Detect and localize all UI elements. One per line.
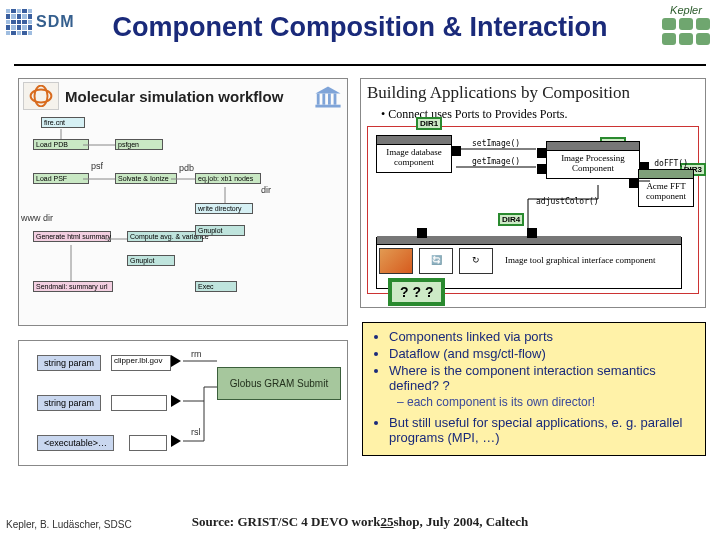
box-compavg: Compute avg. & variance bbox=[127, 231, 203, 242]
globus-gram: Globus GRAM Submit bbox=[217, 367, 341, 400]
box-genhtml: Generate html summary bbox=[33, 231, 111, 242]
svg-marker-2 bbox=[315, 87, 340, 94]
box-gnuplot2: Gnuplot bbox=[127, 255, 175, 266]
footer-page-number: 25 bbox=[381, 514, 394, 529]
footer-source: Source: GRIST/SC 4 DEVO work25shop, July… bbox=[0, 514, 720, 530]
box-exec: Exec bbox=[195, 281, 237, 292]
box-loadpsf: Load PSF bbox=[33, 173, 89, 184]
lbl-rsl: rsl bbox=[191, 427, 201, 437]
composition-canvas: DIR1 DIR2 DIR3 DIR4 Image database compo… bbox=[367, 126, 699, 294]
box-solvate: Solvate & Ionize bbox=[115, 173, 177, 184]
slide: SDM Kepler Component Composition & Inter… bbox=[0, 0, 720, 540]
kepler-logo: Kepler bbox=[662, 4, 710, 45]
port-setimage: setImage() bbox=[472, 139, 520, 148]
question-marks: ? ? ? bbox=[388, 278, 445, 306]
port-getimage: getImage() bbox=[472, 157, 520, 166]
notes-b3s: each component is its own director! bbox=[371, 395, 697, 409]
figure-globus: string param clipper.lbl.gov string para… bbox=[18, 340, 348, 466]
helix-logo-icon bbox=[23, 82, 59, 110]
edge-dir: dir bbox=[261, 185, 271, 195]
dir1: DIR1 bbox=[416, 117, 442, 130]
comp-image-db: Image database component bbox=[376, 135, 452, 173]
slide-title: Component Composition & Interaction bbox=[0, 6, 720, 43]
dir4: DIR4 bbox=[498, 213, 524, 226]
figure-comp-title: Building Applications by Composition bbox=[367, 83, 699, 103]
notes-b1: Components linked via ports bbox=[389, 329, 697, 344]
sdm-logo: SDM bbox=[6, 4, 86, 40]
box-firecnt: fire.cnt bbox=[41, 117, 85, 128]
header-rule bbox=[14, 64, 706, 66]
svg-rect-4 bbox=[322, 94, 325, 105]
box-gnuplot: Gnuplot bbox=[195, 225, 245, 236]
port-dofft: doFFT() bbox=[654, 159, 688, 168]
value-blank bbox=[111, 395, 167, 411]
value-exec bbox=[129, 435, 167, 451]
svg-rect-7 bbox=[315, 105, 340, 108]
comp-acme-fft: Acme FFT component bbox=[638, 169, 694, 207]
box-loadpdb: Load PDB bbox=[33, 139, 89, 150]
figure-molecular-workflow: Molecular simulation workflow fire.cnt L… bbox=[18, 78, 348, 326]
temple-icon bbox=[313, 83, 343, 109]
box-eqjob: eq.job: xb1 nodes bbox=[195, 173, 261, 184]
param-3: <executable>… bbox=[37, 435, 114, 451]
header: SDM Kepler Component Composition & Inter… bbox=[0, 0, 720, 68]
port-adjustcolor: adjustColor() bbox=[536, 197, 599, 206]
lbl-rm: rm bbox=[191, 349, 202, 359]
notes-box: Components linked via ports Dataflow (an… bbox=[362, 322, 706, 456]
svg-rect-5 bbox=[328, 94, 331, 105]
comp-image-proc: Image Processing Component bbox=[546, 141, 640, 179]
box-sendmail: Sendmail: summary url bbox=[33, 281, 113, 292]
notes-b2: Dataflow (and msg/ctl-flow) bbox=[389, 346, 697, 361]
edge-pdb: pdb bbox=[179, 163, 194, 173]
edge-psf: psf bbox=[91, 161, 103, 171]
box-writedir: write directory bbox=[195, 203, 253, 214]
edge-wwwdir: www dir bbox=[21, 213, 53, 223]
value-host: clipper.lbl.gov bbox=[111, 355, 171, 371]
notes-b3: Where is the component interaction seman… bbox=[389, 363, 697, 393]
sdm-logo-text: SDM bbox=[36, 13, 75, 31]
box-psfgen: psfgen bbox=[115, 139, 163, 150]
notes-b4: But still useful for special application… bbox=[389, 415, 697, 445]
param-2: string param bbox=[37, 395, 101, 411]
sdm-logo-grid bbox=[6, 9, 32, 35]
figure-mol-title: Molecular simulation workflow bbox=[65, 88, 283, 105]
kepler-logo-text: Kepler bbox=[670, 4, 702, 16]
figure-composition: Building Applications by Composition • C… bbox=[360, 78, 706, 308]
svg-rect-6 bbox=[334, 94, 337, 105]
svg-rect-3 bbox=[317, 94, 320, 105]
param-1: string param bbox=[37, 355, 101, 371]
